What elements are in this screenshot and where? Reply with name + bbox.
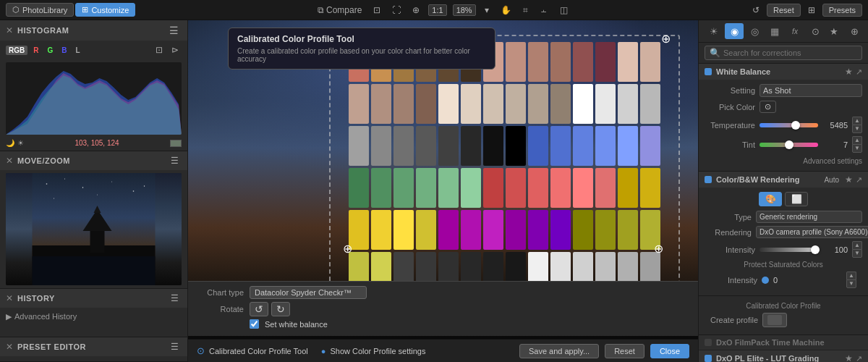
- photo-library-button[interactable]: ⬡ PhotoLibrary: [6, 3, 74, 17]
- histogram-view-button[interactable]: ⊡: [153, 43, 166, 56]
- histogram-canvas: [6, 62, 182, 135]
- advanced-history-label: Advanced History: [14, 312, 77, 321]
- wb-pickcolor-button[interactable]: ⊙: [760, 101, 776, 113]
- histogram-close-button[interactable]: ✕: [6, 26, 13, 35]
- grid-icon[interactable]: ▦: [765, 23, 784, 39]
- preset-editor-menu-button[interactable]: ☰: [168, 340, 182, 353]
- cbw-type-select[interactable]: Generic rendering: [756, 211, 862, 223]
- lut-expand-icon[interactable]: ↗: [856, 354, 862, 363]
- reset-button[interactable]: Reset: [767, 4, 801, 17]
- movezoom-close-button[interactable]: ✕: [6, 156, 13, 165]
- cbw-header-left: Color/B&W Rendering: [705, 175, 800, 184]
- temperature-down-button[interactable]: ▼: [852, 125, 862, 133]
- swatch-cell: [438, 210, 459, 250]
- filmpack-header[interactable]: DxO FilmPack Time Machine: [699, 335, 868, 350]
- svg-point-8: [144, 185, 145, 186]
- customize-label: Customize: [91, 6, 129, 14]
- wb-expand-icon[interactable]: ↗: [856, 67, 862, 77]
- temperature-up-button[interactable]: ▲: [852, 117, 862, 125]
- channel-b-button[interactable]: B: [59, 46, 69, 55]
- compare-button[interactable]: ⧉ Compare: [315, 4, 365, 17]
- wb-star-icon[interactable]: ★: [845, 67, 853, 77]
- fx-icon[interactable]: fx: [786, 23, 804, 39]
- save-apply-button[interactable]: Save and apply...: [519, 344, 599, 358]
- temperature-slider[interactable]: [760, 123, 818, 127]
- tint-slider[interactable]: [760, 143, 818, 147]
- movezoom-header-left: ✕ MOVE/ZOOM: [6, 156, 70, 165]
- color-mode-button[interactable]: 🎨: [759, 192, 782, 206]
- histogram-export-button[interactable]: ⊳: [169, 43, 182, 56]
- lut-header[interactable]: DxO PL Elite - LUT Grading ★ ↗: [699, 350, 868, 362]
- create-profile-button[interactable]: [762, 313, 787, 327]
- eye-icon[interactable]: ◎: [745, 23, 764, 39]
- cbw-intensity-slider[interactable]: [760, 248, 818, 252]
- channel-rgb-button[interactable]: RGB: [6, 46, 27, 55]
- protect-up-button[interactable]: ▲: [846, 272, 856, 279]
- movezoom-menu-button[interactable]: ☰: [168, 154, 182, 167]
- cbw-intensity-label: Intensity: [705, 245, 755, 254]
- crop-tool-button[interactable]: ⌗: [520, 4, 531, 17]
- lut-star-icon[interactable]: ★: [845, 353, 853, 362]
- histogram-menu-button[interactable]: ☰: [166, 23, 182, 38]
- preset-editor-header-left: ✕ PRESET EDITOR: [6, 342, 86, 351]
- color-swatch-preview: [170, 140, 182, 147]
- swatch-cell: [550, 126, 571, 166]
- history-menu-button[interactable]: ☰: [168, 292, 182, 305]
- tint-down-button[interactable]: ▼: [852, 144, 862, 153]
- presets-button[interactable]: Presets: [822, 4, 862, 17]
- tint-up-button[interactable]: ▲: [852, 136, 862, 144]
- preset-editor-header: ✕ PRESET EDITOR ☰: [0, 337, 187, 356]
- hand-tool-button[interactable]: ✋: [498, 4, 514, 17]
- cbw-intensity-down-button[interactable]: ▼: [852, 249, 862, 258]
- wb-setting-select[interactable]: As Shot: [760, 84, 862, 97]
- rotate-ccw-button[interactable]: ↺: [250, 302, 268, 316]
- customize-button[interactable]: ⊞ Customize: [75, 3, 135, 17]
- white-balance-header[interactable]: White Balance ★ ↗: [699, 64, 868, 80]
- dropper-icon[interactable]: ⊙: [806, 23, 825, 39]
- view-mode-button[interactable]: ⊡: [370, 4, 383, 17]
- protect-stepper: ▲ ▼: [846, 272, 856, 288]
- preset-editor-close-button[interactable]: ✕: [6, 342, 13, 351]
- advanced-settings-link[interactable]: Advanced settings: [705, 156, 862, 167]
- color-wheel-icon[interactable]: ◉: [725, 23, 744, 39]
- crosshair-button[interactable]: ⊕: [409, 4, 422, 17]
- cbw-intensity-row: Intensity 100 ▲ ▼: [705, 241, 862, 258]
- advanced-history-item[interactable]: ▶ Advanced History: [6, 311, 182, 323]
- cbw-expand-icon[interactable]: ↗: [856, 175, 862, 185]
- cbw-header[interactable]: Color/B&W Rendering Auto ★ ↗: [699, 172, 868, 188]
- swatch-cell: [595, 42, 616, 82]
- cbw-intensity-up-button[interactable]: ▲: [852, 241, 862, 249]
- swatch-cell: [573, 168, 593, 208]
- zoom-dropdown-button[interactable]: ▾: [482, 4, 492, 17]
- history-close-button[interactable]: ✕: [6, 294, 13, 303]
- bw-mode-button[interactable]: ⬜: [785, 192, 808, 206]
- lut-toggle: [705, 355, 712, 362]
- rotate-cw-button[interactable]: ↻: [271, 302, 290, 316]
- right-panel: ☀ ◉ ◎ ▦ fx ⊙ ★ ⊕ 🔍 Whi: [698, 20, 868, 362]
- thumbnail-area[interactable]: [6, 173, 182, 285]
- fullscreen-button[interactable]: ⛶: [389, 4, 404, 17]
- search-input[interactable]: [723, 49, 857, 57]
- undo-button[interactable]: ↺: [749, 4, 762, 17]
- sun-icon[interactable]: ☀: [705, 23, 723, 39]
- close-button[interactable]: Close: [650, 344, 689, 358]
- protect-down-button[interactable]: ▼: [846, 279, 856, 288]
- reset-bottom-button[interactable]: Reset: [605, 344, 644, 358]
- chart-type-select[interactable]: Datacolor Spyder Checkr™: [250, 286, 367, 299]
- histogram-controls: RGB R G B L ⊡ ⊳: [0, 41, 187, 59]
- bookmark-icon[interactable]: ⊕: [845, 23, 864, 39]
- star-favorite-icon[interactable]: ★: [825, 23, 843, 39]
- straighten-button[interactable]: ⫠: [537, 4, 551, 17]
- filmpack-toggle: [705, 339, 712, 346]
- svg-point-7: [97, 194, 98, 195]
- history-header-left: ✕ HISTORY: [6, 294, 55, 303]
- swatch-cell: [483, 168, 503, 208]
- channel-l-button[interactable]: L: [72, 46, 82, 55]
- cbw-rendering-select[interactable]: DxO camera profile (Sony A6600): [756, 226, 868, 238]
- cbw-star-icon[interactable]: ★: [845, 174, 853, 185]
- channel-g-button[interactable]: G: [44, 46, 56, 55]
- perspective-button[interactable]: ◫: [557, 4, 571, 17]
- set-white-balance-checkbox[interactable]: [250, 319, 259, 329]
- swatch-cell: [528, 210, 548, 250]
- channel-r-button[interactable]: R: [30, 46, 41, 55]
